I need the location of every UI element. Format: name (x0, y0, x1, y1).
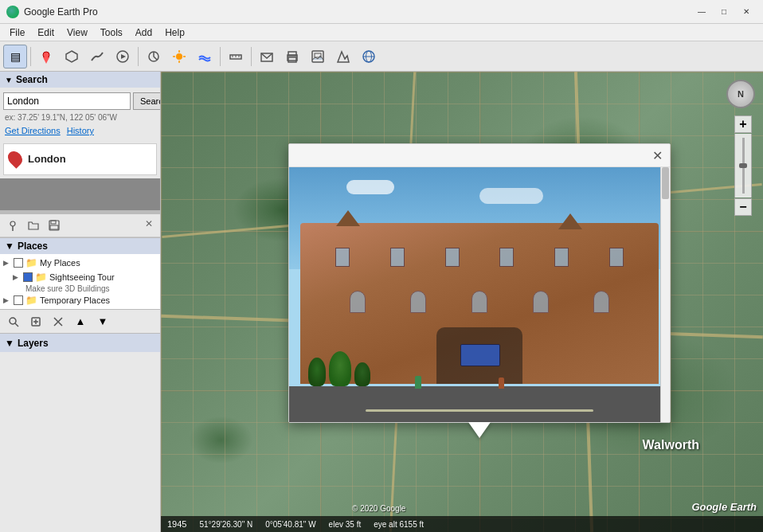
scrollbar-thumb (662, 167, 669, 199)
history-link[interactable]: History (67, 126, 94, 135)
add-placemark-button[interactable] (34, 45, 58, 68)
add-place-button[interactable] (3, 217, 22, 234)
places-close-button[interactable]: ✕ (141, 217, 157, 231)
status-bar: 1945 51°29'26.30" N 0°05'40.81" W elev 3… (161, 516, 763, 532)
app-icon (6, 6, 19, 18)
tree-sublabel: Make sure 3D Buildings (0, 284, 160, 293)
search-input-row: Search (0, 88, 160, 111)
down-bottom-button[interactable]: ▼ (92, 313, 113, 331)
search-links: Get Directions History (0, 123, 160, 140)
google-earth-watermark: Google Earth (691, 501, 757, 513)
my-places-arrow: ▶ (3, 259, 11, 267)
photo-popup: ✕ (288, 143, 671, 423)
maximize-button[interactable]: □ (714, 4, 734, 20)
layers-section[interactable]: ▼ Layers (0, 333, 160, 352)
tree-item-temporary[interactable]: ▶ 📁 Temporary Places (0, 293, 160, 307)
maps-button[interactable] (331, 45, 355, 68)
places-toolbar-area: ✕ (0, 214, 160, 237)
save-image-button[interactable] (306, 45, 330, 68)
road-marking (366, 409, 594, 412)
roof-peak-2 (558, 213, 582, 229)
tree-item-sightseeing[interactable]: ▶ 📁 Sightseeing Tour (0, 270, 160, 284)
temporary-checkbox[interactable] (14, 295, 23, 305)
close-button[interactable]: ✕ (736, 4, 757, 20)
photo-popup-header: ✕ (289, 144, 670, 167)
up-bottom-button[interactable]: ▲ (70, 313, 91, 331)
save-place-button[interactable] (45, 217, 64, 234)
menu-edit[interactable]: Edit (31, 25, 61, 40)
add-path-button[interactable] (85, 45, 109, 68)
places-title: Places (18, 241, 48, 252)
zoom-in-button[interactable]: + (734, 115, 752, 133)
my-places-checkbox[interactable] (14, 258, 23, 268)
compass-circle: N (726, 80, 755, 108)
earth-button[interactable] (357, 45, 381, 68)
svg-marker-21 (338, 52, 349, 62)
places-header[interactable]: ▼ Places (0, 238, 160, 254)
places-arrow: ▼ (5, 241, 14, 252)
add-tour-button[interactable] (111, 45, 135, 68)
add-polygon-button[interactable] (60, 45, 84, 68)
result-name: London (28, 153, 66, 165)
popup-close-button[interactable]: ✕ (649, 147, 665, 163)
toolbar-separator-3 (220, 47, 221, 66)
menu-tools[interactable]: Tools (94, 25, 129, 40)
minimize-button[interactable]: — (691, 4, 712, 20)
sun-button[interactable] (167, 45, 191, 68)
places-section: ▼ Places ▶ 📁 My Places ▶ 📁 Sightseeing T… (0, 237, 160, 333)
search-results: London (3, 143, 157, 175)
status-coords: 51°29'26.30" N (199, 520, 252, 529)
photo-scrollbar[interactable] (660, 167, 670, 422)
zoom-out-button[interactable]: − (734, 198, 752, 216)
sidebar-toggle-button[interactable]: ▤ (3, 45, 27, 68)
sightseeing-checkbox[interactable] (23, 272, 33, 282)
zoom-slider[interactable] (734, 134, 752, 198)
email-button[interactable] (255, 45, 279, 68)
print-button[interactable] (280, 45, 304, 68)
svg-rect-29 (50, 225, 58, 229)
menu-add[interactable]: Add (129, 25, 158, 40)
menu-file[interactable]: File (3, 25, 31, 40)
add-bottom-button[interactable] (25, 313, 46, 331)
search-arrow: ▼ (5, 76, 13, 84)
main-area: ▼ Search Search ex: 37.25' 19.1"N, 122 0… (0, 72, 763, 532)
tree-item-my-places[interactable]: ▶ 📁 My Places (0, 256, 160, 270)
compass-label: N (738, 89, 744, 99)
search-hint: ex: 37.25' 19.1"N, 122 05' 06"W (0, 111, 160, 123)
search-input[interactable] (3, 92, 131, 110)
sightseeing-label: Sightseeing Tour (49, 272, 115, 282)
temporary-label: Temporary Places (40, 295, 110, 305)
arch-window (593, 291, 609, 313)
svg-point-25 (10, 221, 15, 226)
menu-view[interactable]: View (61, 25, 94, 40)
zoom-track (742, 138, 745, 194)
compass[interactable]: N (726, 80, 755, 108)
search-button[interactable]: Search (133, 92, 161, 110)
get-directions-link[interactable]: Get Directions (5, 126, 61, 135)
toolbar-separator-2 (138, 47, 139, 66)
search-result-item[interactable]: London (4, 144, 156, 173)
building-photo (289, 167, 670, 422)
svg-marker-4 (121, 54, 126, 59)
ruler-button[interactable] (224, 45, 248, 68)
window-controls: — □ ✕ (691, 4, 757, 20)
settings-bottom-button[interactable] (48, 313, 68, 331)
title-bar: Google Earth Pro — □ ✕ (0, 0, 763, 24)
search-bottom-button[interactable] (3, 313, 24, 331)
arch-window (350, 291, 366, 313)
temporary-arrow: ▶ (3, 296, 11, 304)
search-section: ▼ Search Search ex: 37.25' 19.1"N, 122 0… (0, 72, 160, 211)
status-eye-alt: eye alt 6155 ft (374, 520, 424, 529)
map-area[interactable]: Walworth ✕ (161, 72, 763, 532)
create-folder-button[interactable] (24, 217, 43, 234)
sign-banner (460, 344, 500, 366)
svg-point-0 (43, 52, 49, 58)
search-title: Search (16, 74, 48, 85)
toolbar-separator-1 (30, 47, 31, 66)
ocean-button[interactable] (193, 45, 217, 68)
menu-help[interactable]: Help (158, 25, 191, 40)
search-header[interactable]: ▼ Search (0, 72, 160, 88)
roof-peak-1 (336, 210, 360, 226)
historical-imagery-button[interactable] (142, 45, 166, 68)
zoom-controls: + − (734, 115, 752, 216)
